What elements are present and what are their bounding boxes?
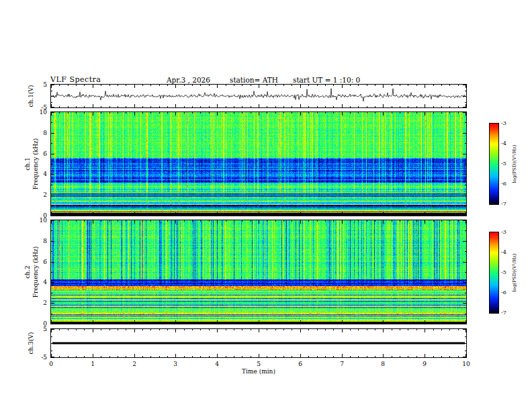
- vlf-spectra-figure: VLF Spectra Apr.3 , 2026 station= ATH st…: [0, 0, 532, 411]
- ch1-spectrogram-plot: [50, 111, 467, 216]
- station-label: station= ATH: [230, 76, 278, 84]
- colorbar1-tick: -7: [501, 201, 513, 207]
- x-tick: 10: [459, 361, 473, 367]
- colorbar2-label: log(PSD)(V²/Hz): [512, 254, 517, 292]
- colorbar-ch1: [489, 123, 499, 205]
- start-ut-label: start UT = 1 :10: 0: [293, 76, 360, 84]
- x-tick: 1: [86, 361, 99, 367]
- x-tick: 9: [418, 361, 431, 367]
- colorbar1-label: log(PSD)(V²/Hz): [512, 145, 517, 183]
- colorbar2-tick: -7: [501, 310, 513, 316]
- x-tick: 5: [252, 361, 265, 367]
- x-tick: 2: [128, 361, 141, 367]
- x-tick: 4: [210, 361, 224, 367]
- ch3-wave-ylabel: ch.3(V): [28, 332, 34, 355]
- colorbar-ch2: [489, 232, 499, 314]
- x-tick: 0: [44, 361, 58, 367]
- ch1-spec-ytick: 2: [36, 191, 47, 198]
- ch1-spec-axis-label: Frequency (kHz): [32, 138, 39, 190]
- colorbar2-tick: -3: [501, 229, 513, 235]
- ch3-wave-ytick-top: 5: [36, 326, 47, 332]
- x-tick: 6: [294, 361, 307, 367]
- ch1-spec-ytick: 10: [36, 109, 47, 116]
- ch2-spec-axis-label: Frequency (kHz): [32, 246, 39, 298]
- colorbar1-tick: -3: [501, 120, 513, 126]
- ch2-spec-ytick: 8: [36, 238, 47, 244]
- ch1-wave-ylabel: ch.1(V): [28, 85, 34, 107]
- ch2-spec-ytick: 2: [36, 300, 47, 306]
- x-tick: 8: [376, 361, 390, 367]
- ch1-spec-ytick: 8: [36, 130, 47, 136]
- date-label: Apr.3 , 2026: [167, 76, 210, 84]
- x-tick: 3: [169, 361, 182, 367]
- ch2-spectrogram-plot: [50, 220, 467, 324]
- ch2-spec-ytick: 10: [36, 217, 47, 224]
- x-tick: 7: [335, 361, 349, 367]
- x-axis-label: Time (min): [50, 368, 467, 375]
- ch3-wave-ytick-bottom: -5: [36, 354, 47, 361]
- ch3-waveform-plot: [50, 328, 467, 358]
- ch1-waveform-plot: [50, 84, 467, 108]
- ch1-wave-ytick-top: 5: [36, 81, 47, 88]
- ch1-spec-channel-label: ch.1: [24, 157, 31, 170]
- ch2-spec-channel-label: ch.2: [24, 265, 31, 278]
- plot-title: VLF Spectra: [50, 75, 101, 84]
